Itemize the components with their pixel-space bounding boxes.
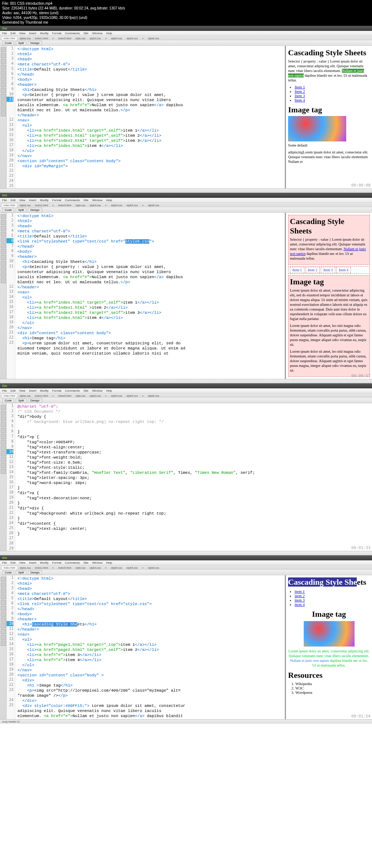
tab[interactable]: index5.html: [57, 37, 73, 40]
tool-icon[interactable]: [1, 82, 6, 87]
tab[interactable]: style5.css: [125, 566, 139, 569]
tool-icon[interactable]: [1, 237, 6, 243]
tool-icon[interactable]: [1, 641, 6, 646]
tool-icon[interactable]: [1, 457, 6, 462]
tab[interactable]: ×: [141, 566, 145, 569]
menu-commands[interactable]: Commands: [65, 32, 80, 35]
menu-site[interactable]: Site: [84, 32, 89, 35]
tool-icon[interactable]: [1, 214, 6, 219]
tool-icon[interactable]: [1, 440, 6, 445]
tool-icon[interactable]: [1, 220, 6, 225]
tool-icon[interactable]: [1, 411, 6, 416]
nav-item[interactable]: Item 4: [295, 98, 305, 102]
tool-icon[interactable]: [1, 249, 6, 254]
tool-icon[interactable]: [1, 88, 6, 93]
tab[interactable]: styles.css: [18, 204, 32, 207]
menu-format[interactable]: Format: [52, 199, 61, 202]
menu-window[interactable]: Window: [92, 199, 102, 202]
tool-icon[interactable]: [1, 261, 6, 266]
tab[interactable]: index.html: [2, 203, 17, 207]
tab[interactable]: index.html: [2, 566, 17, 569]
tool-icon[interactable]: [1, 451, 6, 456]
tool-icon[interactable]: [1, 588, 6, 593]
menu-format[interactable]: Format: [52, 32, 61, 35]
tab[interactable]: styles.css: [18, 394, 32, 397]
menu-window[interactable]: Window: [92, 32, 102, 35]
nav-item[interactable]: item 1: [295, 589, 305, 593]
menu-file[interactable]: File: [2, 389, 7, 392]
tab[interactable]: style3.css: [88, 204, 102, 207]
tool-icon[interactable]: [1, 416, 6, 421]
tool-icon[interactable]: [1, 635, 6, 640]
menu-help[interactable]: Help: [106, 389, 112, 392]
menu-view[interactable]: View: [19, 199, 25, 202]
tool-icon[interactable]: [1, 405, 6, 410]
tool-icon[interactable]: [1, 232, 6, 237]
tool-icon[interactable]: [1, 105, 6, 111]
tool-icon[interactable]: [1, 606, 6, 611]
menu-edit[interactable]: Edit: [11, 32, 16, 35]
tab[interactable]: index5.html: [57, 204, 73, 207]
view-split[interactable]: Split: [16, 41, 27, 45]
tool-icon[interactable]: [1, 617, 6, 623]
tab[interactable]: style.css: [74, 204, 87, 207]
tool-icon[interactable]: [1, 577, 6, 582]
nav-button[interactable]: Item 1: [290, 267, 304, 273]
tab[interactable]: index1.html: [33, 394, 49, 397]
tab[interactable]: index.html: [2, 36, 17, 40]
tab[interactable]: style6.css: [146, 566, 161, 569]
nav-button[interactable]: Item 4: [336, 267, 351, 273]
tab[interactable]: ×: [104, 566, 108, 569]
tab[interactable]: index5.html: [57, 394, 73, 397]
menu-window[interactable]: Window: [92, 561, 102, 564]
view-design[interactable]: Design: [28, 398, 42, 403]
nav-button[interactable]: Item 3: [321, 267, 335, 273]
menu-commands[interactable]: Commands: [65, 389, 80, 392]
menu-insert[interactable]: Insert: [29, 389, 36, 392]
tool-icon[interactable]: [1, 47, 6, 52]
tool-icon[interactable]: [1, 463, 6, 468]
tool-icon[interactable]: [1, 226, 6, 231]
tab[interactable]: index1.html: [33, 204, 49, 207]
menu-help[interactable]: Help: [106, 199, 112, 202]
menu-window[interactable]: Window: [92, 389, 102, 392]
tab[interactable]: style6.css: [146, 37, 161, 40]
menu-insert[interactable]: Insert: [29, 199, 36, 202]
code-editor[interactable]: <!doctype html><html><head><meta charset…: [15, 575, 285, 719]
tool-icon[interactable]: [1, 267, 6, 272]
menu-modify[interactable]: Modify: [40, 32, 49, 35]
tab[interactable]: index1.html: [33, 566, 49, 569]
tab[interactable]: style4.css: [110, 566, 124, 569]
tab[interactable]: style.css: [74, 37, 87, 40]
tool-icon[interactable]: [1, 600, 6, 605]
menu-site[interactable]: Site: [84, 199, 89, 202]
view-code[interactable]: Code: [2, 398, 14, 403]
nav-button[interactable]: Item 2: [306, 267, 320, 273]
tool-icon[interactable]: [1, 445, 6, 451]
tool-icon[interactable]: [1, 94, 6, 99]
tool-icon[interactable]: [1, 428, 6, 433]
menu-format[interactable]: Format: [52, 389, 61, 392]
menu-site[interactable]: Site: [84, 389, 89, 392]
nav-item[interactable]: item 3: [295, 598, 305, 602]
tool-icon[interactable]: [1, 111, 6, 116]
menu-edit[interactable]: Edit: [11, 561, 16, 564]
tab[interactable]: index5.html: [57, 566, 73, 569]
menu-file[interactable]: File: [2, 32, 7, 35]
view-design[interactable]: Design: [28, 208, 42, 212]
menu-view[interactable]: View: [19, 389, 25, 392]
view-split[interactable]: Split: [16, 570, 27, 575]
menu-modify[interactable]: Modify: [40, 199, 49, 202]
tab[interactable]: index.html: [2, 394, 17, 397]
tab[interactable]: style5.css: [125, 394, 139, 397]
tab[interactable]: ×: [51, 394, 55, 397]
tool-icon[interactable]: [1, 278, 6, 283]
tab[interactable]: ×: [51, 566, 55, 569]
tool-icon[interactable]: [1, 53, 6, 58]
code-editor[interactable]: <!doctype html><html><head><meta charset…: [15, 46, 285, 188]
nav-item[interactable]: item 4: [295, 602, 305, 607]
tool-icon[interactable]: [1, 434, 6, 439]
tool-icon[interactable]: [1, 272, 6, 277]
tool-icon[interactable]: [1, 100, 6, 105]
tab[interactable]: style.css: [74, 394, 87, 397]
